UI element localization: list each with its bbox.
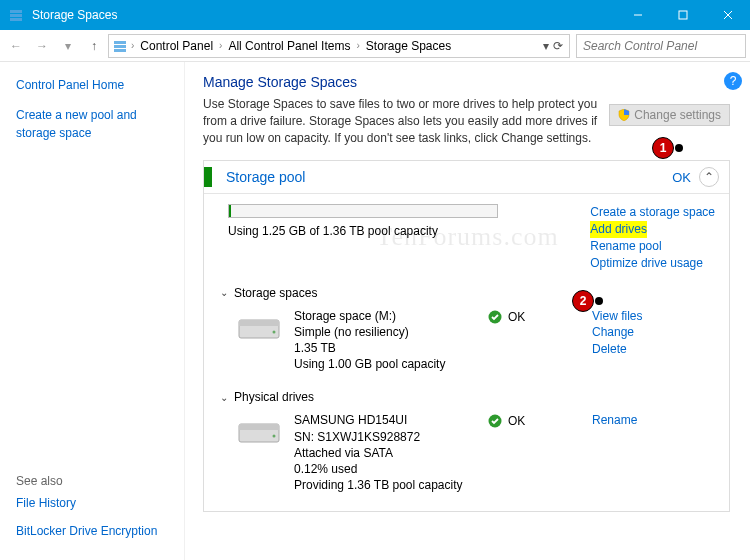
optimize-drive-usage-link[interactable]: Optimize drive usage (590, 255, 703, 272)
app-icon (8, 7, 24, 23)
status-bar-indicator (204, 167, 212, 187)
create-storage-space-link[interactable]: Create a storage space (590, 204, 715, 221)
see-also-label: See also (16, 474, 174, 488)
drive-providing: Providing 1.36 TB pool capacity (294, 477, 474, 493)
close-button[interactable] (705, 0, 750, 30)
drive-used: 0.12% used (294, 461, 474, 477)
forward-button[interactable]: → (30, 34, 54, 58)
pool-usage-bar (228, 204, 498, 218)
space-delete-link[interactable]: Delete (592, 341, 642, 358)
rename-pool-link[interactable]: Rename pool (590, 238, 661, 255)
up-button[interactable]: ↑ (82, 34, 106, 58)
space-name: Storage space (M:) (294, 308, 474, 324)
chevron-up-icon: ⌃ (704, 170, 714, 184)
chevron-down-icon: ⌄ (220, 287, 228, 298)
storage-pool-panel: Storage pool OK ⌃ Using 1.25 GB of 1.36 … (203, 160, 730, 512)
annotation-2: 2 (572, 290, 594, 312)
drive-icon (238, 416, 280, 444)
panel-header[interactable]: Storage pool OK ⌃ (204, 161, 729, 194)
change-settings-button[interactable]: Change settings (609, 104, 730, 126)
drive-rename-link[interactable]: Rename (592, 412, 637, 429)
svg-rect-1 (10, 14, 22, 17)
svg-rect-11 (239, 320, 279, 326)
search-input[interactable]: Search Control Panel (576, 34, 746, 58)
pool-status: OK (672, 170, 691, 185)
drive-name: SAMSUNG HD154UI (294, 412, 474, 428)
ok-check-icon (488, 414, 502, 428)
help-icon[interactable]: ? (724, 72, 742, 90)
recent-dropdown[interactable]: ▾ (56, 34, 80, 58)
maximize-button[interactable] (660, 0, 705, 30)
chevron-right-icon: › (217, 40, 224, 51)
space-resiliency: Simple (no resiliency) (294, 324, 474, 340)
svg-rect-15 (239, 424, 279, 430)
sidebar-bitlocker-link[interactable]: BitLocker Drive Encryption (16, 522, 174, 540)
physical-drive-item: SAMSUNG HD154UI SN: S1XWJ1KS928872 Attac… (228, 412, 715, 497)
refresh-icon[interactable]: ⟳ (553, 39, 563, 53)
collapse-button[interactable]: ⌃ (699, 167, 719, 187)
chevron-right-icon: › (354, 40, 361, 51)
chevron-down-icon: ⌄ (220, 392, 228, 403)
sidebar: Control Panel Home Create a new pool and… (0, 62, 185, 560)
window-titlebar: Storage Spaces (0, 0, 750, 30)
ok-check-icon (488, 310, 502, 324)
storage-spaces-section-header[interactable]: ⌄ Storage spaces (220, 286, 715, 300)
window-title: Storage Spaces (32, 8, 615, 22)
sidebar-home-link[interactable]: Control Panel Home (16, 76, 174, 94)
drive-icon (238, 312, 280, 340)
svg-rect-7 (114, 41, 126, 44)
annotation-1: 1 (652, 137, 674, 159)
sidebar-file-history-link[interactable]: File History (16, 494, 174, 512)
physical-drives-section-header[interactable]: ⌄ Physical drives (220, 390, 715, 404)
uac-shield-icon (618, 109, 630, 121)
svg-rect-0 (10, 10, 22, 13)
space-usage: Using 1.00 GB pool capacity (294, 356, 474, 372)
drive-attach: Attached via SATA (294, 445, 474, 461)
page-title: Manage Storage Spaces (203, 74, 597, 90)
drive-serial: SN: S1XWJ1KS928872 (294, 429, 474, 445)
svg-rect-8 (114, 45, 126, 48)
pool-title: Storage pool (226, 169, 672, 185)
space-size: 1.35 TB (294, 340, 474, 356)
add-drives-link[interactable]: Add drives (590, 221, 647, 238)
back-button[interactable]: ← (4, 34, 28, 58)
page-description: Use Storage Spaces to save files to two … (203, 96, 597, 146)
crumb-control-panel[interactable]: Control Panel (136, 39, 217, 53)
crumb-all-items[interactable]: All Control Panel Items (224, 39, 354, 53)
space-view-files-link[interactable]: View files (592, 308, 642, 325)
svg-rect-4 (679, 11, 687, 19)
minimize-button[interactable] (615, 0, 660, 30)
svg-rect-2 (10, 18, 22, 21)
address-dropdown-icon[interactable]: ▾ (543, 39, 549, 53)
chevron-right-icon: › (129, 40, 136, 51)
nav-bar: ← → ▾ ↑ › Control Panel › All Control Pa… (0, 30, 750, 62)
sidebar-create-pool-link[interactable]: Create a new pool and storage space (16, 106, 174, 142)
pool-usage-text: Using 1.25 GB of 1.36 TB pool capacity (228, 224, 590, 238)
svg-point-16 (273, 435, 276, 438)
main-content: ? Manage Storage Spaces Use Storage Spac… (185, 62, 750, 560)
breadcrumb[interactable]: › Control Panel › All Control Panel Item… (108, 34, 570, 58)
space-change-link[interactable]: Change (592, 324, 642, 341)
svg-rect-9 (114, 49, 126, 52)
drive-stack-icon (111, 39, 129, 53)
storage-space-item: Storage space (M:) Simple (no resiliency… (228, 308, 715, 377)
crumb-storage-spaces[interactable]: Storage Spaces (362, 39, 455, 53)
svg-point-12 (273, 330, 276, 333)
